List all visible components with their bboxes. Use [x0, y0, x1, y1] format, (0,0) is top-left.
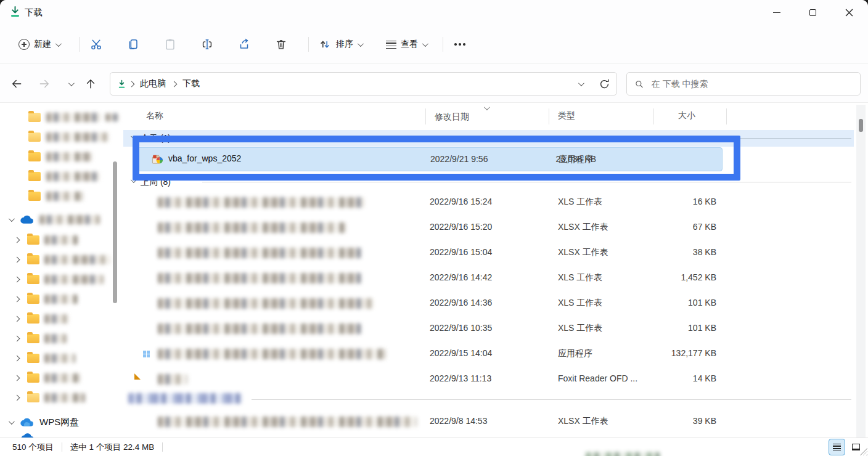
sidebar-item[interactable] — [28, 147, 92, 166]
file-type: XLSX 工作表 — [558, 416, 608, 427]
sort-button[interactable]: 排序 — [313, 33, 367, 55]
rename-button[interactable] — [197, 35, 217, 54]
cut-icon — [89, 38, 103, 51]
table-row[interactable]: 2022/9/16 14:36 XLS 工作表 101 KB — [123, 291, 854, 316]
sidebar-item[interactable] — [15, 289, 78, 309]
view-button[interactable]: 查看 — [381, 33, 432, 55]
cut-button[interactable] — [86, 35, 106, 54]
sidebar-item[interactable] — [28, 166, 99, 186]
command-toolbar: 新建 — [0, 25, 868, 63]
sidebar-item[interactable] — [15, 230, 78, 250]
sidebar-item[interactable] — [15, 328, 67, 348]
table-row[interactable]: 2022/9/16 15:20 XLSX 工作表 67 KB — [123, 215, 854, 240]
column-header-date[interactable]: 修改日期 — [435, 112, 469, 123]
file-size: 132,177 KB — [671, 348, 716, 358]
column-header-name[interactable]: 名称 — [146, 110, 163, 121]
new-button[interactable]: 新建 — [14, 33, 65, 55]
sidebar-scrollbar-thumb[interactable] — [113, 161, 117, 303]
maximize-icon — [809, 9, 816, 16]
file-date: 2022/9/16 10:35 — [430, 323, 492, 333]
breadcrumb-downloads[interactable]: 下载 — [179, 76, 203, 91]
group-header-last-week[interactable]: 上周 (8) — [123, 173, 854, 189]
column-header-type[interactable]: 类型 — [558, 110, 575, 121]
address-dropdown-icon[interactable] — [578, 80, 584, 86]
folder-icon — [27, 354, 39, 363]
sidebar-item[interactable] — [15, 269, 104, 289]
details-view-icon — [833, 444, 841, 450]
file-size: 38 KB — [693, 247, 716, 257]
chevron-right-icon — [14, 375, 20, 381]
chevron-down-icon — [68, 80, 74, 86]
table-row[interactable]: 2022/9/16 15:24 XLS 工作表 16 KB — [123, 190, 854, 215]
column-header-size[interactable]: 大小 — [678, 110, 695, 121]
downloads-icon — [9, 6, 22, 18]
search-input[interactable] — [650, 78, 853, 89]
chevron-down-icon — [55, 41, 62, 47]
sidebar-item[interactable] — [15, 309, 69, 328]
file-name: vba_for_wps_2052 — [168, 153, 241, 163]
sidebar-item[interactable] — [28, 186, 83, 206]
rename-icon — [200, 38, 214, 51]
copy-button[interactable] — [123, 35, 143, 54]
collapse-icon[interactable] — [131, 133, 137, 139]
scrollbar-thumb[interactable] — [859, 119, 863, 132]
share-button[interactable] — [234, 35, 254, 54]
file-type: XLSX 工作表 — [558, 222, 608, 233]
group-header-today[interactable]: 今天 (1) — [123, 130, 854, 147]
folder-icon — [28, 192, 41, 201]
file-date: 2022/9/21 9:56 — [430, 154, 488, 164]
view-button-label: 查看 — [401, 39, 418, 50]
table-row[interactable]: 2022/9/15 14:04 应用程序 132,177 KB — [123, 341, 854, 367]
sidebar-item[interactable] — [28, 127, 109, 147]
up-button[interactable] — [80, 73, 102, 95]
minimize-icon — [773, 12, 780, 13]
close-button[interactable] — [835, 0, 863, 25]
sidebar-item[interactable] — [15, 348, 75, 368]
table-row[interactable]: 2022/9/8 14:53 XLSX 工作表 39 KB — [123, 409, 854, 434]
sidebar-item-cloud[interactable] — [9, 210, 100, 229]
collapse-icon[interactable] — [131, 177, 137, 183]
chevron-right-icon — [14, 394, 20, 401]
selected-file-row[interactable]: vba_for_wps_2052 2022/9/21 9:56 应用程序 23,… — [136, 147, 723, 171]
forward-button[interactable] — [33, 73, 55, 95]
folder-icon — [27, 255, 39, 264]
items-count: 510 个项目 — [12, 442, 54, 453]
redacted-file-name — [158, 324, 361, 334]
recent-locations-button[interactable] — [59, 73, 81, 95]
table-row[interactable]: 2022/9/16 14:42 XLS 工作表 1,452 KB — [123, 266, 854, 291]
redacted-label — [46, 152, 92, 161]
cloud-icon — [19, 417, 35, 428]
cloud-icon — [19, 214, 35, 225]
refresh-icon[interactable] — [599, 78, 610, 90]
file-date: 2022/9/8 14:53 — [430, 416, 487, 426]
search-box[interactable] — [626, 72, 861, 96]
breadcrumb[interactable]: 此电脑 下载 — [110, 72, 617, 96]
delete-button[interactable] — [271, 35, 291, 54]
chevron-down-icon — [422, 41, 428, 47]
paste-button[interactable] — [160, 35, 180, 54]
sidebar-item[interactable] — [15, 250, 111, 269]
sidebar-item-wps-cloud[interactable]: WPS网盘 — [9, 412, 79, 432]
details-view-button[interactable] — [829, 439, 845, 455]
folder-icon — [28, 132, 41, 142]
resize-grip[interactable] — [860, 448, 867, 455]
sidebar-item[interactable] — [28, 107, 119, 127]
table-row[interactable]: 2022/9/16 10:35 XLS 工作表 101 KB — [123, 316, 854, 341]
sidebar-item[interactable] — [15, 368, 80, 388]
more-options-button[interactable] — [450, 35, 470, 54]
file-size: 67 KB — [693, 222, 716, 232]
maximize-button[interactable] — [798, 0, 827, 25]
scrollbar-track[interactable] — [856, 105, 866, 438]
chevron-right-icon — [14, 237, 20, 243]
table-row[interactable]: 2022/9/16 15:04 XLSX 工作表 38 KB — [123, 240, 854, 266]
sidebar-item[interactable] — [15, 388, 85, 407]
navigation-sidebar: WPS网盘 — [0, 104, 123, 438]
redacted-label — [105, 113, 119, 121]
breadcrumb-this-pc[interactable]: 此电脑 — [136, 76, 170, 91]
paste-icon — [163, 38, 177, 51]
address-bar-row: 此电脑 下载 — [0, 64, 868, 103]
group-header-redacted[interactable] — [123, 392, 854, 409]
back-button[interactable] — [6, 73, 28, 95]
table-row[interactable]: 2022/9/13 11:13 Foxit Reader OFD ... 14 … — [123, 367, 854, 392]
minimize-button[interactable] — [763, 0, 791, 25]
